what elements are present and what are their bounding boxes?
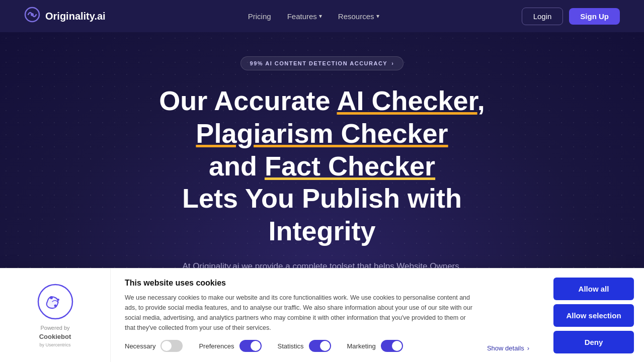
necessary-toggle[interactable] — [160, 340, 183, 352]
cookie-description: We use necessary cookies to make our web… — [125, 293, 477, 333]
hero-title: Our Accurate AI Checker, Plagiarism Chec… — [126, 84, 518, 247]
nav-links: Pricing Features ▾ Resources ▾ — [248, 12, 379, 21]
show-details-button[interactable]: Show details › — [487, 344, 529, 352]
ai-checker-link[interactable]: AI Checker — [337, 85, 477, 116]
features-chevron-icon: ▾ — [319, 13, 322, 20]
allow-selection-button[interactable]: Allow selection — [553, 304, 634, 327]
logo-text: Originality.ai — [45, 11, 106, 22]
svg-point-3 — [50, 296, 53, 299]
logo[interactable]: Originality.ai — [24, 7, 106, 26]
toggle-marketing: Marketing — [347, 340, 403, 352]
svg-point-5 — [54, 304, 56, 307]
preferences-label: Preferences — [199, 342, 234, 350]
marketing-toggle[interactable] — [381, 340, 403, 352]
show-details-arrow-icon: › — [527, 344, 529, 352]
nav-pricing[interactable]: Pricing — [248, 12, 271, 21]
badge-arrow-icon: › — [391, 60, 394, 66]
cookiebot-logo-icon — [37, 284, 73, 320]
plagiarism-checker-link[interactable]: Plagiarism Checker — [196, 118, 448, 148]
fact-checker-link[interactable]: Fact Checker — [265, 151, 435, 181]
resources-chevron-icon: ▾ — [376, 13, 379, 20]
deny-button[interactable]: Deny — [553, 331, 634, 353]
nav-actions: Login Sign Up — [522, 8, 620, 25]
nav-features[interactable]: Features ▾ — [287, 12, 322, 21]
necessary-label: Necessary — [125, 342, 155, 350]
cookie-buttons: Allow all Allow selection Deny — [543, 268, 644, 362]
marketing-label: Marketing — [347, 342, 376, 350]
powered-by: Powered by Cookiebot by Usercentrics — [39, 325, 71, 347]
cookie-title: This website uses cookies — [125, 279, 529, 288]
navbar: Originality.ai Pricing Features ▾ Resour… — [0, 0, 644, 32]
svg-point-4 — [57, 299, 59, 301]
toggle-statistics: Statistics — [278, 340, 331, 352]
statistics-toggle[interactable] — [309, 340, 331, 352]
login-button[interactable]: Login — [522, 8, 564, 25]
cookie-banner: Powered by Cookiebot by Usercentrics Thi… — [0, 268, 644, 362]
toggle-necessary: Necessary — [125, 340, 183, 352]
cookie-toggles: Necessary Preferences Statistics Marketi… — [125, 340, 529, 352]
preferences-toggle[interactable] — [239, 340, 262, 352]
allow-all-button[interactable]: Allow all — [553, 278, 634, 300]
statistics-label: Statistics — [278, 342, 304, 350]
nav-signup-button[interactable]: Sign Up — [569, 8, 620, 25]
logo-icon — [24, 7, 40, 26]
toggle-preferences: Preferences — [199, 340, 261, 352]
cookie-content: This website uses cookies We use necessa… — [111, 268, 543, 362]
svg-point-1 — [31, 13, 34, 16]
accuracy-badge[interactable]: 99% AI CONTENT DETECTION ACCURACY › — [240, 56, 404, 70]
cookie-logo-area: Powered by Cookiebot by Usercentrics — [0, 268, 111, 362]
nav-resources[interactable]: Resources ▾ — [338, 12, 379, 21]
badge-text: 99% AI CONTENT DETECTION ACCURACY — [250, 60, 388, 66]
